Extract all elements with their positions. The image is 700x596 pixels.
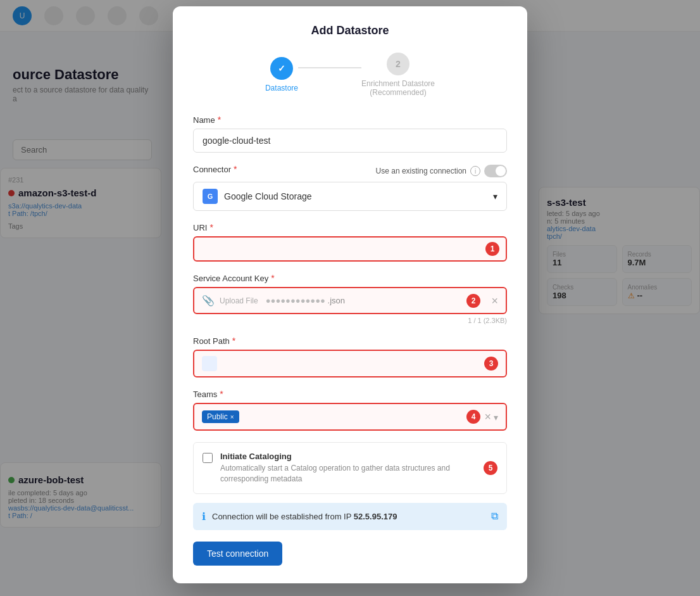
step-2-num: 2 <box>396 59 401 69</box>
connector-field-group: Connector * Use an existing connection i… <box>193 164 507 211</box>
info-text: i <box>475 168 476 175</box>
connection-info-text: Connection will be established from IP 5… <box>212 512 485 521</box>
modal-title: Add Datastore <box>193 24 507 37</box>
team-name: Public <box>207 412 228 421</box>
teams-required: * <box>220 389 223 399</box>
uri-input[interactable] <box>193 236 507 262</box>
connector-chevron: ▾ <box>493 191 497 201</box>
step-1-circle: ✓ <box>270 57 293 80</box>
use-existing-toggle[interactable] <box>484 165 507 177</box>
sak-container: 📎 Upload File ●●●●●●●●●●●● .json 2 × <box>193 287 507 314</box>
copy-ip-button[interactable]: ⧉ <box>491 510 498 522</box>
use-existing-label: Use an existing connection <box>376 167 466 175</box>
connector-label: Connector * <box>193 164 237 174</box>
sak-label: Service Account Key * <box>193 273 507 283</box>
teams-container: Public × 4 × ▾ <box>193 403 507 431</box>
sak-filename: ●●●●●●●●●●●● .json <box>266 296 345 305</box>
uri-field-group: URI * 1 <box>193 222 507 262</box>
root-path-required: * <box>232 336 235 346</box>
sak-required: * <box>271 273 274 283</box>
gcs-icon: G <box>203 189 218 204</box>
uri-step-badge: 1 <box>485 242 499 256</box>
initiate-step-badge: 5 <box>484 461 497 475</box>
root-path-icon <box>202 356 217 371</box>
step-2-circle: 2 <box>387 53 409 75</box>
initiate-desc: Automatically start a Catalog operation … <box>220 463 497 485</box>
name-label: Name * <box>193 115 507 125</box>
connector-value: Google Cloud Storage <box>224 191 312 201</box>
teams-clear-icon[interactable]: × <box>484 410 491 424</box>
connector-header: Connector * Use an existing connection i <box>193 164 507 178</box>
initiate-cataloging-checkbox[interactable] <box>203 453 213 463</box>
step-2-enrichment[interactable]: 2 Enrichment Datastore(Recommended) <box>361 53 435 97</box>
stepper: ✓ Datastore 2 Enrichment Datastore(Recom… <box>193 53 507 97</box>
sak-upload-label[interactable]: Upload File <box>220 296 258 305</box>
sak-inner: 📎 Upload File ●●●●●●●●●●●● .json <box>202 295 498 307</box>
sak-field-group: Service Account Key * 📎 Upload File ●●●●… <box>193 273 507 324</box>
teams-step-badge: 4 <box>466 410 480 424</box>
modal-overlay[interactable]: Add Datastore ✓ Datastore 2 Enrichment D… <box>0 0 700 596</box>
check-icon: ✓ <box>278 63 285 73</box>
add-datastore-modal: Add Datastore ✓ Datastore 2 Enrichment D… <box>173 6 527 583</box>
name-field-group: Name * <box>193 115 507 153</box>
step-2-label-text: Enrichment Datastore(Recommended) <box>361 79 435 97</box>
team-remove-button[interactable]: × <box>230 414 234 421</box>
connection-info-box: ℹ Connection will be established from IP… <box>193 503 507 530</box>
sak-clear-button[interactable]: × <box>491 294 498 307</box>
use-existing-info-icon[interactable]: i <box>470 166 480 176</box>
name-required: * <box>218 115 221 125</box>
uri-field-wrapper: 1 <box>193 236 507 262</box>
step-1-datastore[interactable]: ✓ Datastore <box>265 57 298 92</box>
step-1-label: Datastore <box>265 84 298 92</box>
sak-size: 1 / 1 (2.3KB) <box>193 317 507 324</box>
teams-field-group: Teams * Public × 4 × ▾ <box>193 389 507 431</box>
connector-required: * <box>234 164 237 174</box>
connector-select[interactable]: G Google Cloud Storage ▾ <box>193 182 507 211</box>
teams-label: Teams * <box>193 389 507 399</box>
root-path-container: 3 <box>193 350 507 377</box>
sak-step-badge: 2 <box>466 294 480 308</box>
step-connector <box>298 67 361 68</box>
connection-ip: 52.5.95.179 <box>354 512 397 521</box>
use-existing-toggle-group: Use an existing connection i <box>376 165 507 177</box>
name-input[interactable] <box>193 129 507 153</box>
connector-select-inner: G Google Cloud Storage <box>203 189 312 204</box>
teams-chevron-icon[interactable]: ▾ <box>494 412 498 422</box>
paperclip-icon: 📎 <box>202 295 215 307</box>
test-connection-button[interactable]: Test connection <box>193 542 282 566</box>
uri-label: URI * <box>193 222 507 232</box>
root-path-badge: 3 <box>484 357 498 371</box>
connection-info-icon: ℹ <box>202 510 206 523</box>
root-path-input[interactable] <box>222 358 498 369</box>
root-path-field-group: Root Path * 3 <box>193 336 507 377</box>
uri-required: * <box>209 222 213 232</box>
test-connection-wrapper: Test connection <box>193 542 507 566</box>
initiate-content: Initiate Cataloging Automatically start … <box>220 452 497 485</box>
initiate-title: Initiate Cataloging <box>220 452 497 461</box>
initiate-cataloging-box: Initiate Cataloging Automatically start … <box>193 442 507 494</box>
step-2-label: Enrichment Datastore(Recommended) <box>361 79 435 97</box>
teams-controls: × ▾ <box>484 410 498 424</box>
team-public-badge: Public × <box>202 410 239 423</box>
root-path-label: Root Path * <box>193 336 507 346</box>
